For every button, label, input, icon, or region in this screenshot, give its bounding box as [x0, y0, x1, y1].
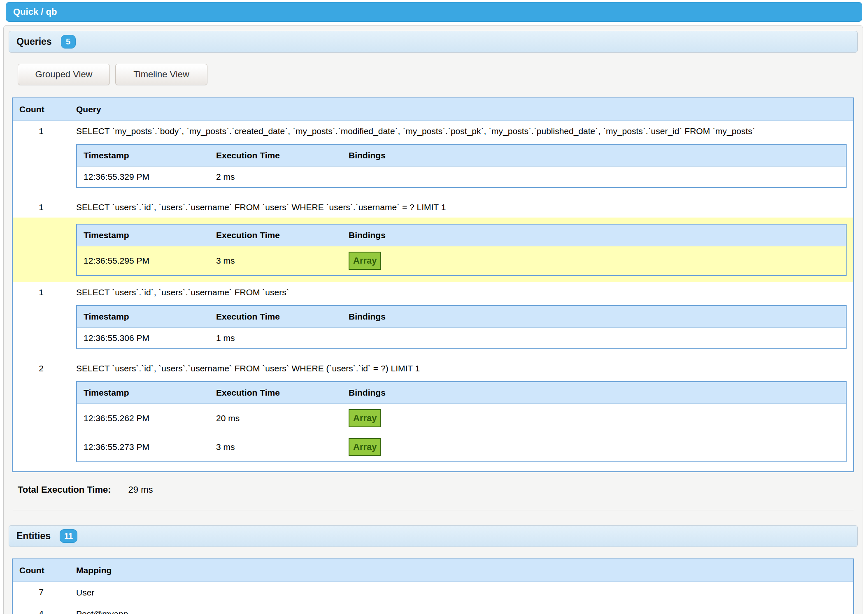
- page-title: Quick / qb: [13, 7, 57, 17]
- executions-header-row: Timestamp Execution Time Bindings: [77, 382, 846, 404]
- total-execution-time: Total Execution Time: 29 ms: [18, 484, 858, 495]
- execution-timestamp: 12:36:55.306 PM: [77, 328, 209, 349]
- timeline-view-button[interactable]: Timeline View: [115, 64, 207, 85]
- app-title-bar: Quick / qb: [6, 2, 862, 22]
- detail-col-bindings: Bindings: [342, 224, 846, 246]
- detail-col-execution-time: Execution Time: [209, 382, 342, 404]
- query-count: 1: [12, 121, 70, 142]
- query-sql: SELECT `users`.`id`, `users`.`username` …: [70, 197, 854, 218]
- executions-table: Timestamp Execution Time Bindings 12:36:…: [76, 381, 847, 462]
- detail-table-body: 12:36:55.295 PM 3 ms Array: [77, 246, 846, 276]
- execution-bindings-cell: Array: [342, 404, 846, 433]
- detail-spacer-cell: [12, 379, 70, 472]
- execution-time: 20 ms: [209, 404, 342, 433]
- execution-bindings-cell: Array: [342, 433, 846, 462]
- execution-timestamp: 12:36:55.273 PM: [77, 433, 209, 462]
- detail-col-execution-time: Execution Time: [209, 224, 342, 246]
- detail-col-execution-time: Execution Time: [209, 306, 342, 328]
- executions-table: Timestamp Execution Time Bindings 12:36:…: [76, 224, 847, 276]
- execution-row: 12:36:55.329 PM 2 ms: [77, 167, 846, 188]
- bindings-button[interactable]: Array: [349, 438, 381, 456]
- entities-count-badge: 11: [60, 529, 77, 543]
- execution-row: 12:36:55.295 PM 3 ms Array: [77, 246, 846, 276]
- entities-table-body: 7 User 4 Post@myapp: [12, 582, 854, 614]
- total-execution-time-label: Total Execution Time:: [18, 484, 111, 495]
- entities-table: Count Mapping 7 User 4 Post@myapp: [12, 558, 854, 614]
- query-row: 1 SELECT `users`.`id`, `users`.`username…: [12, 197, 854, 218]
- entity-mapping: User: [70, 582, 854, 604]
- execution-bindings-cell: [342, 167, 846, 188]
- bindings-button[interactable]: Array: [349, 252, 381, 270]
- detail-table-body: 12:36:55.262 PM 20 ms Array 12:36:55.273…: [77, 404, 846, 462]
- entities-section-title: Entities: [16, 531, 51, 542]
- executions-table: Timestamp Execution Time Bindings 12:36:…: [76, 144, 847, 188]
- detail-spacer-cell: [12, 303, 70, 358]
- execution-time: 2 ms: [209, 167, 342, 188]
- query-detail-row: Timestamp Execution Time Bindings 12:36:…: [12, 379, 854, 472]
- queries-section-header[interactable]: Queries 5: [9, 31, 858, 53]
- detail-col-execution-time: Execution Time: [209, 144, 342, 167]
- executions-header-row: Timestamp Execution Time Bindings: [77, 224, 846, 246]
- query-count: 1: [12, 197, 70, 218]
- section-divider: [13, 510, 854, 510]
- detail-cell: Timestamp Execution Time Bindings 12:36:…: [70, 141, 854, 197]
- query-count: 1: [12, 282, 70, 303]
- detail-table-body: 12:36:55.329 PM 2 ms: [77, 167, 846, 188]
- queries-col-query: Query: [70, 98, 854, 121]
- execution-time: 1 ms: [209, 328, 342, 349]
- grouped-view-button[interactable]: Grouped View: [18, 64, 110, 85]
- entities-col-count: Count: [12, 559, 70, 582]
- detail-col-bindings: Bindings: [342, 382, 846, 404]
- entity-count: 4: [12, 603, 70, 614]
- query-sql: SELECT `users`.`id`, `users`.`username` …: [70, 282, 854, 303]
- execution-bindings-cell: [342, 328, 846, 349]
- detail-col-timestamp: Timestamp: [77, 224, 209, 246]
- detail-spacer-cell: [12, 218, 70, 282]
- query-count: 2: [12, 358, 70, 379]
- executions-header-row: Timestamp Execution Time Bindings: [77, 144, 846, 167]
- bindings-button[interactable]: Array: [349, 409, 381, 427]
- entity-row: 4 Post@myapp: [12, 603, 854, 614]
- execution-bindings-cell: Array: [342, 246, 846, 276]
- entities-section-header[interactable]: Entities 11: [9, 525, 858, 547]
- queries-section-title: Queries: [16, 36, 52, 47]
- detail-table-body: 12:36:55.306 PM 1 ms: [77, 328, 846, 349]
- detail-spacer-cell: [12, 141, 70, 197]
- entities-table-header-row: Count Mapping: [12, 559, 854, 582]
- executions-table: Timestamp Execution Time Bindings 12:36:…: [76, 305, 847, 349]
- execution-row: 12:36:55.273 PM 3 ms Array: [77, 433, 846, 462]
- query-detail-row: Timestamp Execution Time Bindings 12:36:…: [12, 141, 854, 197]
- execution-timestamp: 12:36:55.295 PM: [77, 246, 209, 276]
- execution-time: 3 ms: [209, 433, 342, 462]
- entity-row: 7 User: [12, 582, 854, 604]
- detail-col-bindings: Bindings: [342, 144, 846, 167]
- query-row: 1 SELECT `my_posts`.`body`, `my_posts`.`…: [12, 121, 854, 142]
- query-sql: SELECT `users`.`id`, `users`.`username` …: [70, 358, 854, 379]
- execution-row: 12:36:55.306 PM 1 ms: [77, 328, 846, 349]
- detail-cell: Timestamp Execution Time Bindings 12:36:…: [70, 218, 854, 282]
- queries-table-body: 1 SELECT `my_posts`.`body`, `my_posts`.`…: [12, 121, 854, 472]
- detail-cell: Timestamp Execution Time Bindings 12:36:…: [70, 379, 854, 472]
- queries-table-header-row: Count Query: [12, 98, 854, 121]
- query-sql: SELECT `my_posts`.`body`, `my_posts`.`cr…: [70, 121, 854, 142]
- detail-col-timestamp: Timestamp: [77, 306, 209, 328]
- entities-gap: [9, 547, 858, 558]
- query-detail-row: Timestamp Execution Time Bindings 12:36:…: [12, 218, 854, 282]
- executions-header-row: Timestamp Execution Time Bindings: [77, 306, 846, 328]
- entity-count: 7: [12, 582, 70, 604]
- queries-count-badge: 5: [61, 35, 76, 49]
- detail-col-bindings: Bindings: [342, 306, 846, 328]
- execution-row: 12:36:55.262 PM 20 ms Array: [77, 404, 846, 433]
- detail-col-timestamp: Timestamp: [77, 382, 209, 404]
- entities-col-mapping: Mapping: [70, 559, 854, 582]
- execution-time: 3 ms: [209, 246, 342, 276]
- view-buttons: Grouped View Timeline View: [18, 64, 858, 85]
- query-row: 2 SELECT `users`.`id`, `users`.`username…: [12, 358, 854, 379]
- query-detail-row: Timestamp Execution Time Bindings 12:36:…: [12, 303, 854, 358]
- detail-cell: Timestamp Execution Time Bindings 12:36:…: [70, 303, 854, 358]
- debug-panel: Queries 5 Grouped View Timeline View Cou…: [3, 25, 863, 614]
- execution-timestamp: 12:36:55.329 PM: [77, 167, 209, 188]
- queries-col-count: Count: [12, 98, 70, 121]
- query-row: 1 SELECT `users`.`id`, `users`.`username…: [12, 282, 854, 303]
- detail-col-timestamp: Timestamp: [77, 144, 209, 167]
